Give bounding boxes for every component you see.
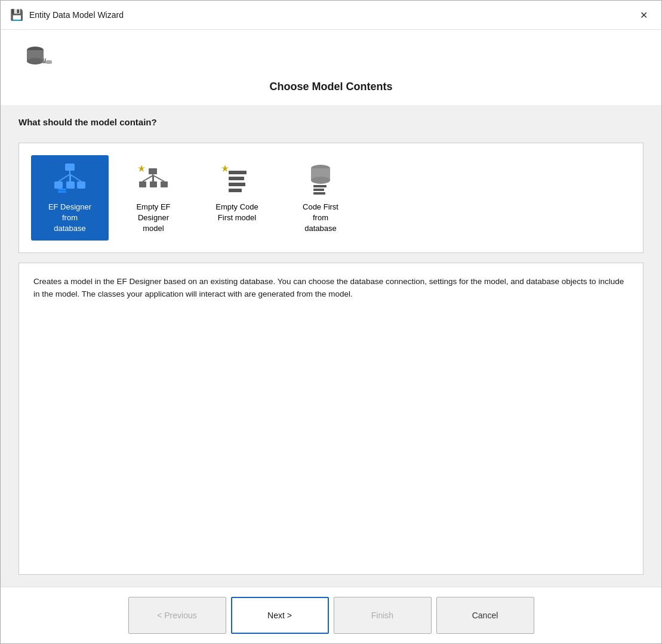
section-header: What should the model contain? xyxy=(19,117,643,133)
svg-rect-29 xyxy=(229,183,245,186)
svg-rect-30 xyxy=(229,189,242,192)
cancel-button[interactable]: Cancel xyxy=(436,597,534,634)
model-options-box: EF Designerfromdatabase xyxy=(19,143,643,253)
svg-rect-28 xyxy=(229,177,244,180)
header-icon xyxy=(24,44,638,76)
empty-ef-designer-label: Empty EFDesignermodel xyxy=(136,202,170,235)
close-button[interactable]: ✕ xyxy=(635,7,652,23)
description-text: Creates a model in the EF Designer based… xyxy=(33,277,624,299)
option-empty-ef-designer[interactable]: Empty EFDesignermodel xyxy=(115,155,192,241)
previous-button[interactable]: < Previous xyxy=(128,597,226,634)
svg-rect-21 xyxy=(150,181,157,187)
finish-button[interactable]: Finish xyxy=(334,597,432,634)
option-empty-code-first[interactable]: Empty CodeFirst model xyxy=(198,155,276,229)
svg-rect-27 xyxy=(229,171,247,174)
page-title: Choose Model Contents xyxy=(24,81,638,93)
empty-code-first-icon xyxy=(219,161,255,197)
svg-rect-34 xyxy=(313,185,327,187)
title-bar: 💾 Entity Data Model Wizard ✕ xyxy=(1,1,661,30)
dialog-window: 💾 Entity Data Model Wizard ✕ Choose Mode… xyxy=(0,0,662,644)
svg-line-16 xyxy=(70,174,81,181)
description-box: Creates a model in the EF Designer based… xyxy=(19,263,643,575)
footer: < Previous Next > Finish Cancel xyxy=(1,587,661,643)
svg-line-14 xyxy=(58,174,70,181)
code-first-db-icon xyxy=(303,161,338,197)
svg-rect-19 xyxy=(149,168,157,174)
svg-line-24 xyxy=(143,175,153,181)
svg-point-33 xyxy=(311,177,330,184)
section-title: What should the model contain? xyxy=(19,117,643,127)
option-code-first-db[interactable]: Code Firstfromdatabase xyxy=(282,155,359,241)
svg-rect-18 xyxy=(58,191,66,193)
svg-rect-17 xyxy=(58,189,66,190)
svg-rect-6 xyxy=(46,60,52,64)
svg-point-4 xyxy=(27,58,44,64)
option-ef-designer-db[interactable]: EF Designerfromdatabase xyxy=(31,155,109,241)
ef-designer-db-icon xyxy=(52,161,88,197)
dialog-title: Entity Data Model Wizard xyxy=(29,10,124,20)
content-area: What should the model contain? xyxy=(1,105,661,587)
svg-rect-9 xyxy=(65,164,75,171)
title-bar-left: 💾 Entity Data Model Wizard xyxy=(10,8,124,21)
svg-line-26 xyxy=(153,175,164,181)
empty-ef-designer-icon xyxy=(136,161,171,197)
svg-rect-11 xyxy=(66,181,75,189)
header-area: Choose Model Contents xyxy=(1,30,661,105)
svg-rect-36 xyxy=(313,192,325,195)
ef-designer-db-label: EF Designerfromdatabase xyxy=(48,202,91,235)
empty-code-first-label: Empty CodeFirst model xyxy=(215,202,258,223)
svg-rect-20 xyxy=(139,181,146,187)
svg-rect-10 xyxy=(54,181,63,189)
window-icon: 💾 xyxy=(10,8,23,21)
svg-rect-22 xyxy=(161,181,168,187)
svg-rect-12 xyxy=(77,181,85,189)
code-first-db-label: Code Firstfromdatabase xyxy=(303,202,338,235)
svg-rect-35 xyxy=(313,189,324,191)
svg-rect-5 xyxy=(42,61,46,63)
next-button[interactable]: Next > xyxy=(231,597,329,634)
